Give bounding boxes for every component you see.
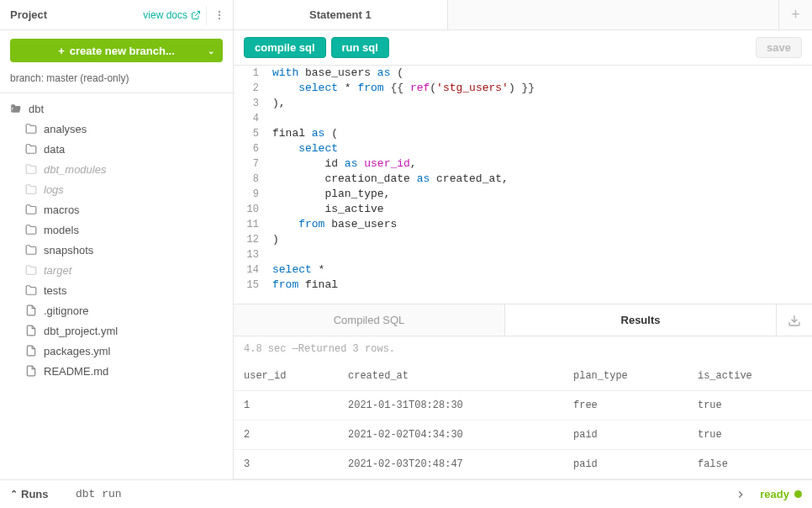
tree-item-tests[interactable]: tests — [0, 280, 233, 300]
code-content: plan_type, — [267, 187, 390, 202]
create-branch-button[interactable]: + create new branch... ⌄ — [10, 39, 223, 62]
command-input[interactable] — [69, 484, 721, 505]
line-number: 2 — [234, 81, 267, 96]
tree-item-logs[interactable]: logs — [0, 179, 233, 199]
table-cell: 2021-02-03T20:48:47 — [338, 450, 563, 479]
sidebar-menu-icon[interactable] — [206, 5, 226, 25]
chevron-down-icon: ⌄ — [208, 46, 214, 56]
action-bar: compile sql run sql save — [234, 30, 812, 66]
code-content: ) — [267, 232, 279, 247]
code-content: creation_date as created_at, — [267, 172, 509, 187]
folder-icon — [25, 284, 37, 296]
code-line: 15from final — [234, 278, 812, 293]
file-icon — [25, 325, 37, 336]
table-row: 22021-02-02T04:34:30paidtrue — [234, 421, 812, 450]
code-line: 7 id as user_id, — [234, 156, 812, 172]
tree-item-models[interactable]: models — [0, 220, 233, 240]
code-content: select * from {{ ref('stg_users') }} — [267, 81, 535, 96]
results-panel: Compiled SQL Results 4.8 sec —Returned 3… — [234, 304, 812, 479]
download-button[interactable] — [777, 304, 812, 336]
line-number: 8 — [234, 172, 267, 187]
view-docs-label: view docs — [143, 9, 187, 21]
table-cell: false — [688, 450, 812, 479]
save-button[interactable]: save — [756, 37, 802, 58]
svg-line-0 — [195, 11, 200, 16]
table-cell: true — [688, 421, 812, 450]
result-table: user_idcreated_atplan_typeis_active 1202… — [234, 362, 812, 479]
tree-item-label: README.md — [44, 365, 108, 378]
run-command-button[interactable] — [730, 489, 751, 500]
folder-icon — [25, 224, 37, 235]
tree-root[interactable]: dbt — [0, 98, 233, 119]
column-header: plan_type — [563, 362, 688, 391]
table-cell: 3 — [234, 450, 338, 479]
code-editor[interactable]: 1with base_users as (2 select * from {{ … — [234, 66, 812, 304]
compile-sql-button[interactable]: compile sql — [244, 37, 326, 58]
tree-item-target[interactable]: target — [0, 260, 233, 280]
folder-icon — [25, 264, 37, 276]
run-sql-button[interactable]: run sql — [331, 37, 389, 58]
table-cell: paid — [563, 450, 688, 479]
tree-item-snapshots[interactable]: snapshots — [0, 240, 233, 260]
tree-item-dbt-project-yml[interactable]: dbt_project.yml — [0, 320, 233, 341]
tree-item-readme-md[interactable]: README.md — [0, 361, 233, 381]
code-content: ), — [267, 96, 286, 111]
tree-item-label: dbt_project.yml — [44, 325, 118, 337]
status-dot-icon — [794, 490, 802, 498]
result-header-row: user_idcreated_atplan_typeis_active — [234, 362, 812, 391]
tree-item-label: snapshots — [44, 244, 93, 257]
table-row: 12021-01-31T08:28:30freetrue — [234, 391, 812, 421]
sidebar-header: Project view docs — [0, 0, 233, 30]
folder-icon — [25, 143, 37, 155]
plus-icon: + — [58, 45, 65, 57]
code-line: 5final as ( — [234, 126, 812, 141]
runs-label: Runs — [21, 488, 49, 500]
tree-item-label: models — [44, 224, 79, 236]
result-meta: 4.8 sec —Returned 3 rows. — [234, 336, 812, 362]
table-cell: 2 — [234, 421, 338, 450]
tree-item-label: tests — [44, 284, 66, 297]
line-number: 14 — [234, 262, 267, 278]
tab-compiled-sql[interactable]: Compiled SQL — [234, 304, 505, 336]
table-cell: 1 — [234, 391, 338, 421]
chevron-right-icon — [735, 489, 746, 500]
code-line: 14select * — [234, 262, 812, 278]
code-content — [267, 111, 272, 126]
tree-item-packages-yml[interactable]: packages.yml — [0, 341, 233, 361]
plus-icon: + — [791, 6, 800, 24]
table-cell: paid — [563, 421, 688, 450]
tree-item-label: data — [44, 143, 65, 156]
file-icon — [25, 304, 37, 316]
tree-item-macros[interactable]: macros — [0, 199, 233, 220]
code-line: 10 is_active — [234, 202, 812, 217]
tree-item-data[interactable]: data — [0, 139, 233, 159]
line-number: 11 — [234, 217, 267, 232]
tab-bar: Statement 1 + — [234, 0, 812, 30]
code-line: 2 select * from {{ ref('stg_users') }} — [234, 81, 812, 96]
code-line: 1with base_users as ( — [234, 66, 812, 81]
external-link-icon — [191, 10, 201, 20]
tree-item--gitignore[interactable]: .gitignore — [0, 300, 233, 320]
tab-statement-1[interactable]: Statement 1 — [234, 0, 448, 29]
code-content: with base_users as ( — [267, 66, 403, 81]
runs-toggle[interactable]: ⌃ Runs — [10, 488, 61, 500]
code-line: 13 — [234, 247, 812, 262]
tree-item-dbt-modules[interactable]: dbt_modules — [0, 159, 233, 179]
tab-results[interactable]: Results — [505, 304, 777, 336]
table-cell: true — [688, 391, 812, 421]
add-tab-button[interactable]: + — [778, 0, 812, 29]
code-line: 4 — [234, 111, 812, 126]
tree-item-analyses[interactable]: analyses — [0, 119, 233, 139]
line-number: 3 — [234, 96, 267, 111]
svg-point-1 — [218, 10, 219, 12]
code-content: id as user_id, — [267, 156, 417, 172]
branch-bar: + create new branch... ⌄ — [0, 30, 233, 67]
line-number: 4 — [234, 111, 267, 126]
tree-item-label: macros — [44, 204, 80, 216]
view-docs-link[interactable]: view docs — [143, 9, 201, 21]
tree-item-label: dbt_modules — [44, 163, 106, 176]
line-number: 5 — [234, 126, 267, 141]
branch-label: branch: master (read-only) — [0, 67, 233, 93]
svg-point-3 — [218, 17, 219, 19]
column-header: is_active — [688, 362, 812, 391]
